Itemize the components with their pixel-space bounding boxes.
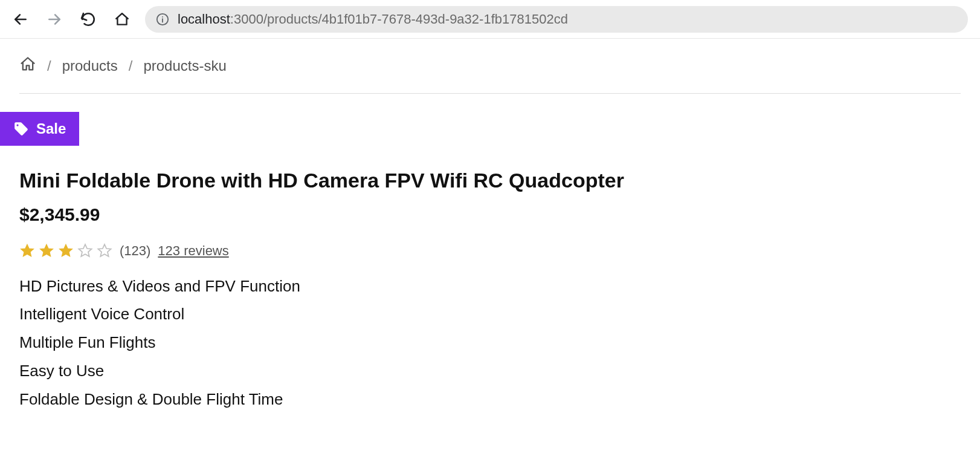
star-empty-icon	[97, 243, 112, 259]
star-empty-icon	[77, 243, 93, 259]
tag-icon	[13, 121, 29, 137]
breadcrumb: / products / products-sku	[19, 56, 961, 94]
address-url: localhost:3000/products/4b1f01b7-7678-49…	[178, 11, 568, 27]
feature-item: Foldable Design & Double Flight Time	[19, 385, 961, 414]
star-filled-icon	[39, 243, 54, 259]
feature-item: Multiple Fun Flights	[19, 328, 961, 357]
breadcrumb-products[interactable]: products	[62, 57, 118, 74]
rating-count: (123)	[120, 243, 150, 259]
breadcrumb-home[interactable]	[19, 56, 36, 76]
home-outline-icon	[19, 56, 36, 73]
sale-badge: Sale	[0, 112, 79, 146]
url-port: :3000	[230, 11, 263, 27]
feature-item: HD Pictures & Videos and FPV Function	[19, 272, 961, 301]
url-host: localhost	[178, 11, 230, 27]
url-path: /products/4b1f01b7-7678-493d-9a32-1fb178…	[263, 11, 568, 27]
product-title: Mini Foldable Drone with HD Camera FPV W…	[19, 168, 961, 194]
reload-button[interactable]	[80, 11, 97, 28]
page-content: / products / products-sku Sale Mini Fold…	[0, 39, 980, 413]
rating-stars	[19, 243, 112, 259]
star-filled-icon	[19, 243, 35, 259]
back-button[interactable]	[12, 11, 29, 28]
browser-toolbar: localhost:3000/products/4b1f01b7-7678-49…	[0, 0, 980, 39]
address-bar[interactable]: localhost:3000/products/4b1f01b7-7678-49…	[145, 6, 968, 33]
arrow-left-icon	[13, 11, 28, 27]
info-icon	[156, 13, 169, 26]
reviews-link[interactable]: 123 reviews	[158, 243, 228, 259]
reload-icon	[80, 11, 96, 27]
arrow-right-icon	[47, 11, 62, 27]
rating-row: (123) 123 reviews	[19, 243, 961, 259]
home-button[interactable]	[114, 11, 131, 28]
feature-item: Easy to Use	[19, 357, 961, 385]
sale-badge-label: Sale	[36, 120, 66, 137]
forward-button[interactable]	[46, 11, 63, 28]
feature-item: Intelligent Voice Control	[19, 300, 961, 328]
breadcrumb-separator: /	[129, 57, 133, 74]
svg-point-4	[162, 16, 163, 17]
home-icon	[114, 11, 130, 27]
breadcrumb-separator: /	[47, 57, 51, 74]
product-price: $2,345.99	[19, 204, 961, 225]
breadcrumb-current: products-sku	[143, 57, 226, 74]
star-filled-icon	[58, 243, 74, 259]
feature-list: HD Pictures & Videos and FPV FunctionInt…	[19, 272, 961, 414]
browser-nav-buttons	[12, 11, 131, 28]
